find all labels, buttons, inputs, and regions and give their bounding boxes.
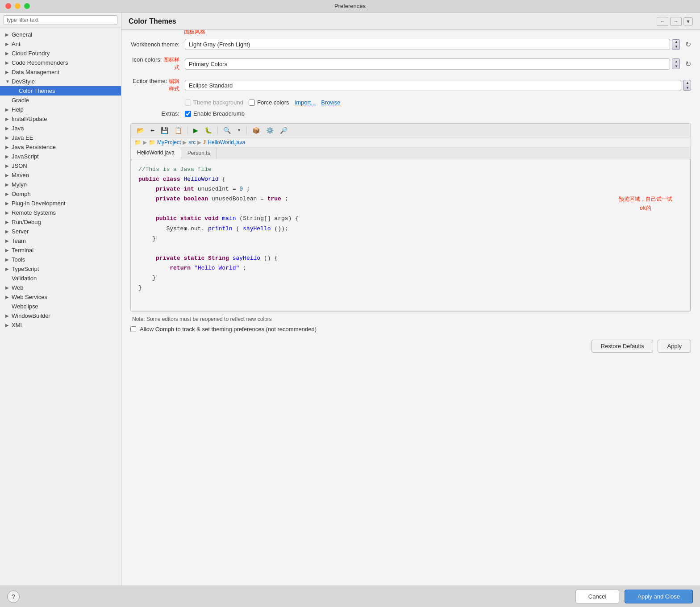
workbench-theme-annotation: 面板风格 bbox=[184, 30, 205, 36]
code-line-4: private boolean unusedBoolean = true ; bbox=[138, 194, 683, 204]
icon-colors-select[interactable]: Primary Colors bbox=[185, 58, 670, 70]
sidebar-item-json[interactable]: ▶ JSON bbox=[0, 161, 121, 170]
arrow-icon: ▶ bbox=[5, 229, 10, 234]
enable-breadcrumb-label[interactable]: Enable Breadcrumb bbox=[185, 110, 245, 117]
breadcrumb-sep3: ▶ bbox=[197, 139, 201, 146]
sidebar-item-server[interactable]: ▶ Server bbox=[0, 227, 121, 236]
editor-theme-select[interactable]: Eclipse Standard bbox=[185, 80, 681, 91]
breadcrumb-myproject[interactable]: MyProject bbox=[157, 139, 181, 146]
sidebar-item-web-services[interactable]: ▶ Web Services bbox=[0, 292, 121, 302]
theme-bg-checkbox-label[interactable]: Theme background bbox=[185, 99, 243, 106]
editor-theme-up[interactable]: ▲ bbox=[683, 80, 691, 85]
editor-theme-row: Editor theme: 编辑样式 Eclipse Standard ▲ ▼ bbox=[130, 78, 691, 93]
code-line-10: } bbox=[138, 273, 683, 283]
sidebar-item-remote-systems[interactable]: ▶ Remote Systems bbox=[0, 208, 121, 217]
workbench-theme-up[interactable]: ▲ bbox=[672, 40, 680, 45]
icon-colors-row: Icon colors: 图标样式 Primary Colors ▲ ▼ ↻ bbox=[130, 56, 691, 71]
enable-breadcrumb-checkbox[interactable] bbox=[185, 111, 191, 117]
theme-bg-checkbox[interactable] bbox=[185, 100, 191, 106]
tab-person[interactable]: Person.ts bbox=[181, 147, 217, 159]
sidebar-item-general[interactable]: ▶ General bbox=[0, 30, 121, 39]
sidebar-item-java-ee[interactable]: ▶ Java EE bbox=[0, 133, 121, 142]
back-button[interactable]: ← bbox=[657, 17, 668, 26]
force-colors-checkbox[interactable] bbox=[249, 100, 255, 106]
sidebar-item-mylyn[interactable]: ▶ Mylyn bbox=[0, 180, 121, 189]
editor-theme-annotation: 编辑样式 bbox=[169, 78, 179, 92]
editor-theme-stepper: ▲ ▼ bbox=[683, 80, 691, 91]
sidebar-item-color-themes[interactable]: Color Themes bbox=[0, 86, 121, 96]
sidebar-item-window-builder[interactable]: ▶ WindowBuilder bbox=[0, 311, 121, 320]
sidebar-item-cloud-foundry[interactable]: ▶ Cloud Foundry bbox=[0, 49, 121, 58]
sidebar-item-java-persistence[interactable]: ▶ Java Persistence bbox=[0, 142, 121, 152]
sidebar-item-maven[interactable]: ▶ Maven bbox=[0, 170, 121, 180]
sidebar-item-tools[interactable]: ▶ Tools bbox=[0, 255, 121, 264]
breadcrumb-sep2: ▶ bbox=[183, 139, 187, 146]
force-colors-checkbox-label[interactable]: Force colors bbox=[249, 99, 289, 106]
sidebar-item-help[interactable]: ▶ Help bbox=[0, 105, 121, 114]
sidebar-item-javascript[interactable]: ▶ JavaScript bbox=[0, 152, 121, 161]
sidebar-item-oomph[interactable]: ▶ Oomph bbox=[0, 189, 121, 199]
toolbar-gear-btn[interactable]: ⚙️ bbox=[264, 125, 276, 135]
sidebar-item-run-debug[interactable]: ▶ Run/Debug bbox=[0, 217, 121, 227]
apply-button[interactable]: Apply bbox=[658, 340, 691, 353]
nav-dropdown-button[interactable]: ▼ bbox=[683, 17, 693, 25]
sidebar-item-webclipse[interactable]: Webclipse bbox=[0, 302, 121, 311]
sidebar-item-gradle[interactable]: Gradle bbox=[0, 96, 121, 105]
toolbar-search2-btn[interactable]: 🔎 bbox=[278, 125, 290, 135]
workbench-theme-refresh[interactable]: ↻ bbox=[685, 40, 691, 49]
editor-theme-down[interactable]: ▼ bbox=[683, 85, 691, 90]
toolbar-pkg-btn[interactable]: 📦 bbox=[250, 125, 262, 135]
cancel-button[interactable]: Cancel bbox=[575, 590, 619, 603]
sidebar-item-install-update[interactable]: ▶ Install/Update bbox=[0, 114, 121, 124]
toolbar-search-btn[interactable]: 🔍 bbox=[221, 125, 233, 135]
restore-defaults-button[interactable]: Restore Defaults bbox=[592, 340, 654, 353]
code-line-blank2 bbox=[138, 244, 683, 254]
sidebar-item-web[interactable]: ▶ Web bbox=[0, 283, 121, 292]
sidebar-item-xml[interactable]: ▶ XML bbox=[0, 320, 121, 330]
sidebar-item-plugin-dev[interactable]: ▶ Plug-in Development bbox=[0, 199, 121, 208]
action-buttons-row: Restore Defaults Apply bbox=[130, 340, 691, 357]
sidebar-item-java[interactable]: ▶ Java bbox=[0, 124, 121, 133]
workbench-theme-select[interactable]: Light Gray (Fresh Light) bbox=[185, 39, 670, 50]
icon-colors-select-wrapper: Primary Colors ▲ ▼ bbox=[185, 58, 680, 70]
close-button[interactable] bbox=[5, 3, 11, 9]
workbench-theme-down[interactable]: ▼ bbox=[672, 45, 680, 50]
sidebar-item-devstyle[interactable]: ▼ DevStyle bbox=[0, 77, 121, 86]
help-button[interactable]: ? bbox=[7, 590, 20, 603]
sidebar-item-data-management[interactable]: ▶ Data Management bbox=[0, 67, 121, 77]
toolbar-run-btn[interactable]: ▶ bbox=[191, 125, 200, 135]
toolbar-dropdown-btn[interactable]: ▼ bbox=[235, 127, 243, 134]
import-button[interactable]: Import... bbox=[295, 99, 316, 106]
minimize-button[interactable] bbox=[15, 3, 21, 9]
apply-close-button[interactable]: Apply and Close bbox=[625, 590, 693, 603]
sidebar-item-team[interactable]: ▶ Team bbox=[0, 236, 121, 245]
arrow-icon: ▶ bbox=[5, 295, 10, 299]
icon-colors-up[interactable]: ▲ bbox=[672, 59, 680, 64]
browse-button[interactable]: Browse bbox=[321, 99, 340, 106]
arrow-icon: ▶ bbox=[5, 285, 10, 290]
breadcrumb-filename[interactable]: HelloWorld.java bbox=[208, 139, 245, 146]
sidebar-item-terminal[interactable]: ▶ Terminal bbox=[0, 245, 121, 255]
maximize-button[interactable] bbox=[24, 3, 30, 9]
allow-oomph-label: Allow Oomph to track & set theming prefe… bbox=[140, 326, 317, 333]
navigation-arrows: ← → ▼ bbox=[657, 17, 693, 26]
forward-button[interactable]: → bbox=[670, 17, 682, 26]
window-controls[interactable] bbox=[5, 3, 30, 9]
breadcrumb-src[interactable]: src bbox=[188, 139, 196, 146]
search-input[interactable] bbox=[4, 15, 117, 25]
toolbar-debug-btn[interactable]: 🐛 bbox=[202, 125, 214, 135]
icon-colors-refresh[interactable]: ↻ bbox=[685, 60, 691, 68]
sidebar-item-validation[interactable]: Validation bbox=[0, 274, 121, 283]
toolbar-back-btn[interactable]: ⬅ bbox=[148, 126, 157, 135]
sidebar-item-typescript[interactable]: ▶ TypeScript bbox=[0, 264, 121, 274]
allow-oomph-checkbox[interactable] bbox=[130, 326, 136, 332]
icon-colors-down[interactable]: ▼ bbox=[672, 64, 680, 69]
toolbar-new-btn[interactable]: 📂 bbox=[134, 125, 146, 135]
toolbar-save-btn[interactable]: 💾 bbox=[158, 125, 171, 135]
toolbar-copy-btn[interactable]: 📋 bbox=[172, 125, 184, 135]
sidebar-item-ant[interactable]: ▶ Ant bbox=[0, 39, 121, 49]
editor-theme-label: Editor theme: 编辑样式 bbox=[130, 78, 179, 93]
tab-helloworld[interactable]: HelloWorld.java bbox=[131, 147, 181, 159]
arrow-icon: ▶ bbox=[5, 42, 10, 46]
sidebar-item-code-recommenders[interactable]: ▶ Code Recommenders bbox=[0, 58, 121, 67]
